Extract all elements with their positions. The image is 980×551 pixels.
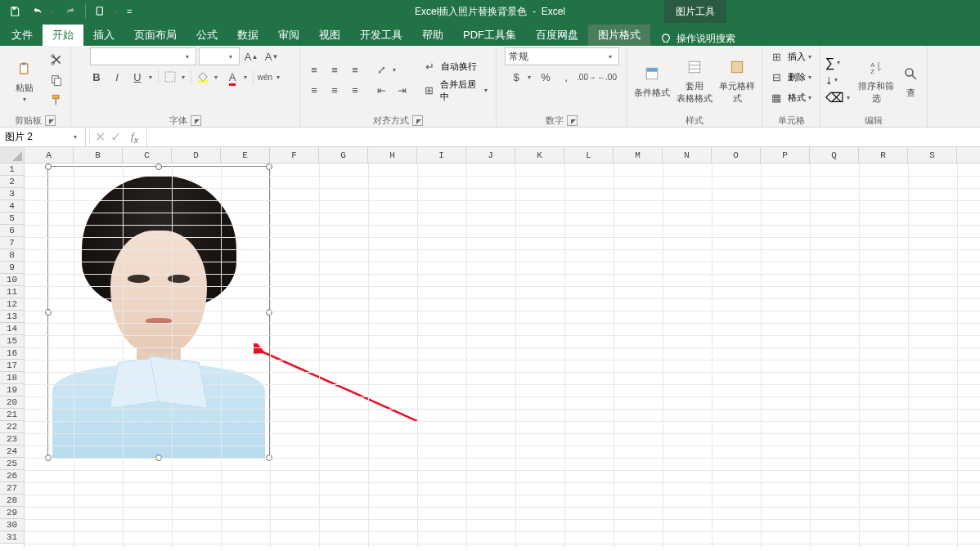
format-as-table-button[interactable]: 套用 表格格式 — [675, 52, 714, 109]
fx-icon[interactable]: fx — [126, 130, 143, 145]
border-button[interactable] — [161, 68, 179, 86]
italic-button[interactable]: I — [108, 68, 126, 86]
tab-file[interactable]: 文件 — [2, 25, 43, 46]
row-header[interactable]: 9 — [0, 262, 24, 274]
column-header[interactable]: G — [319, 147, 368, 163]
increase-decimal-button[interactable]: .00→ — [578, 68, 596, 86]
paste-button[interactable]: 粘贴 ▾ — [5, 52, 44, 109]
number-dialog-launcher[interactable] — [567, 115, 578, 126]
font-color-button[interactable]: A — [223, 68, 241, 86]
column-header[interactable]: K — [515, 147, 564, 163]
font-name-combo[interactable]: ▾ — [90, 47, 196, 65]
autosum-button[interactable]: ∑▾ — [825, 56, 853, 70]
column-header[interactable]: C — [123, 147, 172, 163]
find-select-button[interactable]: 查 — [899, 52, 922, 109]
tell-me-search[interactable]: 操作说明搜索 — [650, 32, 745, 46]
alignment-dialog-launcher[interactable] — [412, 115, 423, 126]
redo-button[interactable] — [61, 2, 80, 21]
row-header[interactable]: 19 — [0, 384, 24, 396]
underline-button[interactable]: U — [128, 68, 146, 86]
row-header[interactable]: 1 — [0, 164, 24, 176]
column-header[interactable]: B — [74, 147, 123, 163]
align-left-button[interactable]: ≡ — [305, 82, 323, 100]
row-header[interactable]: 16 — [0, 347, 24, 360]
clipboard-dialog-launcher[interactable] — [45, 115, 56, 126]
name-box-dropdown-icon[interactable]: ▾ — [74, 133, 80, 141]
font-size-combo[interactable]: ▾ — [199, 47, 240, 65]
copy-button[interactable] — [47, 71, 65, 89]
align-right-button[interactable]: ≡ — [346, 82, 364, 100]
format-cells-button[interactable]: ▦格式▾ — [767, 88, 815, 106]
row-header[interactable]: 11 — [0, 286, 24, 298]
phonetic-button[interactable]: wén — [256, 68, 274, 86]
row-header[interactable]: 15 — [0, 335, 24, 347]
column-header[interactable]: P — [761, 147, 810, 163]
cancel-formula-button[interactable]: ✕ — [95, 129, 106, 145]
save-button[interactable] — [5, 2, 25, 21]
row-header[interactable]: 3 — [0, 188, 24, 200]
align-bottom-button[interactable]: ≡ — [346, 61, 364, 79]
column-header[interactable]: Q — [810, 147, 859, 163]
row-header[interactable]: 29 — [0, 507, 24, 519]
accept-formula-button[interactable]: ✓ — [110, 129, 121, 145]
wrap-text-button[interactable]: ↵自动换行 — [420, 58, 491, 76]
qat-overflow-icon[interactable]: = — [124, 7, 135, 16]
conditional-format-button[interactable]: 条件格式 — [632, 52, 672, 109]
row-header[interactable]: 13 — [0, 311, 24, 323]
cell-grid[interactable] — [25, 164, 980, 548]
row-header[interactable]: 4 — [0, 200, 24, 213]
column-header[interactable]: N — [663, 147, 712, 163]
row-header[interactable]: 18 — [0, 372, 24, 384]
row-header[interactable]: 30 — [0, 519, 24, 531]
font-dialog-launcher[interactable] — [191, 115, 201, 126]
row-header[interactable]: 10 — [0, 274, 24, 286]
align-middle-button[interactable]: ≡ — [326, 61, 344, 79]
row-header[interactable]: 14 — [0, 323, 24, 335]
tab-pdf-tools[interactable]: PDF工具集 — [453, 25, 526, 46]
bold-button[interactable]: B — [88, 68, 106, 86]
column-header[interactable]: E — [221, 147, 270, 163]
cut-button[interactable] — [47, 51, 65, 69]
row-header[interactable]: 31 — [0, 531, 24, 544]
column-header[interactable]: F — [270, 147, 319, 163]
insert-cells-button[interactable]: ⊞插入▾ — [767, 47, 815, 65]
column-header[interactable]: A — [25, 147, 74, 163]
number-format-combo[interactable]: 常规▾ — [505, 47, 619, 65]
row-header[interactable]: 26 — [0, 470, 24, 482]
comma-button[interactable]: , — [557, 68, 575, 86]
indent-decrease-button[interactable]: ⇤ — [372, 82, 390, 100]
column-header[interactable]: J — [466, 147, 515, 163]
cell-styles-button[interactable]: 单元格样式 — [717, 52, 757, 109]
tab-home[interactable]: 开始 — [43, 25, 83, 46]
tab-help[interactable]: 帮助 — [412, 25, 453, 46]
column-header[interactable]: D — [172, 147, 221, 163]
tab-view[interactable]: 视图 — [309, 25, 350, 46]
delete-cells-button[interactable]: ⊟删除▾ — [767, 68, 815, 86]
row-header[interactable]: 7 — [0, 237, 24, 249]
row-header[interactable]: 25 — [0, 458, 24, 470]
row-header[interactable]: 5 — [0, 213, 24, 225]
undo-button[interactable] — [28, 2, 47, 21]
inserted-picture[interactable] — [47, 166, 270, 459]
row-header[interactable]: 24 — [0, 446, 24, 458]
tab-insert[interactable]: 插入 — [83, 25, 124, 46]
column-header[interactable]: S — [908, 147, 957, 163]
column-header[interactable]: H — [368, 147, 417, 163]
row-header[interactable]: 28 — [0, 495, 24, 507]
row-header[interactable]: 2 — [0, 176, 24, 188]
resize-handle-nw[interactable] — [45, 164, 52, 170]
formula-input[interactable] — [147, 128, 980, 146]
resize-handle-ne[interactable] — [266, 164, 272, 170]
percent-button[interactable]: % — [537, 68, 555, 86]
decrease-decimal-button[interactable]: ←.00 — [598, 68, 616, 86]
accounting-format-button[interactable]: $ — [507, 68, 525, 86]
undo-dropdown-icon[interactable]: ▾ — [51, 8, 57, 16]
align-top-button[interactable]: ≡ — [305, 61, 323, 79]
row-header[interactable]: 17 — [0, 360, 24, 372]
tab-review[interactable]: 审阅 — [268, 25, 309, 46]
select-all-corner[interactable] — [0, 147, 25, 163]
tab-formulas[interactable]: 公式 — [187, 25, 227, 46]
tab-data[interactable]: 数据 — [227, 25, 268, 46]
column-header[interactable]: R — [859, 147, 908, 163]
tab-page-layout[interactable]: 页面布局 — [124, 25, 187, 46]
